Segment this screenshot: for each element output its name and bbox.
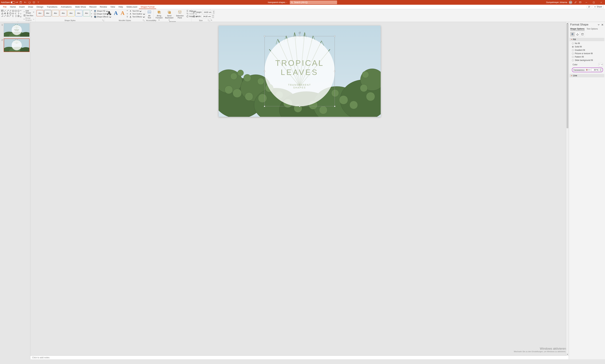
transparency-input[interactable] <box>592 68 599 71</box>
gallery-more-icon[interactable] <box>20 16 21 17</box>
minimize-button[interactable] <box>583 0 589 5</box>
resize-handle-mr[interactable] <box>334 71 335 72</box>
gradient-fill-radio[interactable]: Gradient fill <box>572 49 603 51</box>
slide-canvas-area[interactable]: TROPICAL LEAVES TRANSPARENTSHAPES Window… <box>30 22 569 359</box>
bring-forward-button[interactable]: Bring Forward <box>155 10 163 20</box>
notes-bar[interactable]: Click to add notes <box>30 356 569 359</box>
scroll-down-icon[interactable] <box>566 353 569 356</box>
ribbon-display-icon[interactable] <box>579 1 582 4</box>
resize-handle-ml[interactable] <box>264 71 265 72</box>
style-swatch-7[interactable]: Abc <box>83 10 90 16</box>
alt-text-button[interactable]: Alt Text <box>146 10 153 19</box>
style-swatch-6[interactable]: Abc <box>75 10 82 16</box>
tab-draw[interactable]: Draw <box>26 5 35 9</box>
text-outline-button[interactable]: Text Outline <box>129 13 145 15</box>
solid-fill-radio[interactable]: Solid fill <box>572 46 603 48</box>
slide-bg-fill-radio[interactable]: Slide background fill <box>572 59 603 61</box>
width-spin[interactable] <box>212 15 214 18</box>
style-swatch-1[interactable]: Abc <box>37 10 44 16</box>
share-button[interactable]: Share <box>593 5 604 8</box>
close-button[interactable] <box>598 0 604 5</box>
tab-view[interactable]: View <box>109 5 117 9</box>
comments-button[interactable] <box>587 5 592 8</box>
tab-animations[interactable]: Animations <box>59 5 73 9</box>
wordart-style-3[interactable]: A <box>119 10 126 16</box>
redo-icon[interactable] <box>28 1 31 4</box>
vertical-scrollbar[interactable] <box>566 22 569 356</box>
transparency-slider[interactable] <box>586 69 591 70</box>
autosave-toggle[interactable]: AutoSave Off <box>1 1 18 3</box>
shape-styles-launcher-icon[interactable] <box>102 20 104 21</box>
color-picker-button[interactable] <box>599 63 603 66</box>
style-swatch-2[interactable]: Abc <box>44 10 51 16</box>
save-icon[interactable] <box>19 1 22 4</box>
selection-pane-button[interactable]: Selection Pane <box>175 10 185 19</box>
tab-insert[interactable]: Insert <box>18 5 26 9</box>
line-section-header[interactable]: Line <box>570 74 604 77</box>
text-options-tab[interactable]: Text Options <box>587 28 598 31</box>
thumbnail-1[interactable]: 1 TROPICAL LEAVES <box>1 23 29 37</box>
styles-down-icon[interactable] <box>91 13 92 14</box>
size-properties-icon[interactable] <box>580 32 585 37</box>
effects-icon[interactable] <box>575 32 580 37</box>
tab-design[interactable]: Design <box>35 5 45 9</box>
wordart-style-1[interactable]: A <box>106 10 112 16</box>
text-fill-button[interactable]: Text Fill <box>129 10 145 12</box>
pattern-fill-radio[interactable]: Pattern fill <box>572 56 603 58</box>
picture-fill-radio[interactable]: Picture or texture fill <box>572 52 603 55</box>
width-input[interactable] <box>202 15 211 18</box>
resize-handle-tr[interactable] <box>334 35 335 37</box>
text-effects-button[interactable]: Text Effects <box>129 15 145 18</box>
height-spin[interactable] <box>213 11 215 14</box>
tab-slidelizard[interactable]: SlideLizard <box>125 5 139 9</box>
resize-handle-bm[interactable] <box>299 106 300 107</box>
text-box-button[interactable]: Text Box <box>23 14 35 17</box>
wordart-style-2[interactable]: A <box>112 10 119 16</box>
maximize-button[interactable] <box>591 0 597 5</box>
resize-handle-bl[interactable] <box>264 106 265 107</box>
undo-icon[interactable] <box>24 1 27 4</box>
tab-file[interactable]: File <box>1 5 8 9</box>
resize-handle-tm[interactable] <box>299 35 300 37</box>
tab-record[interactable]: Record <box>88 5 98 9</box>
wordart-up-icon[interactable] <box>127 10 128 11</box>
thumbnail-2[interactable]: 2 <box>1 39 29 52</box>
pane-dropdown-icon[interactable] <box>597 23 600 26</box>
style-swatch-3[interactable]: Abc <box>52 10 59 16</box>
tab-slideshow[interactable]: Slide Show <box>73 5 88 9</box>
styles-more-icon[interactable] <box>91 16 92 17</box>
edit-shape-button[interactable]: Edit Shape <box>23 10 35 14</box>
start-slideshow-icon[interactable] <box>32 1 35 4</box>
scroll-thumb[interactable] <box>566 24 568 128</box>
wordart-down-icon[interactable] <box>127 13 128 14</box>
fill-and-line-icon[interactable] <box>570 32 575 37</box>
tab-transitions[interactable]: Transitions <box>45 5 59 9</box>
fill-section-header[interactable]: Fill <box>570 38 604 41</box>
shape-options-tab[interactable]: Shape Options <box>570 28 585 31</box>
tab-shape-format[interactable]: Shape Format <box>139 5 156 9</box>
slide-thumbnails[interactable]: 1 TROPICAL LEAVES 2 <box>0 22 30 359</box>
height-input[interactable] <box>203 11 212 14</box>
style-swatch-5[interactable]: Abc <box>67 10 75 16</box>
shape-gallery[interactable] <box>1 10 20 17</box>
transparency-spin[interactable] <box>600 68 602 71</box>
slide[interactable]: TROPICAL LEAVES TRANSPARENTSHAPES <box>219 26 381 117</box>
document-title[interactable]: transparent-shapes <box>268 1 288 3</box>
tab-help[interactable]: Help <box>117 5 125 9</box>
pen-icon[interactable] <box>574 1 577 4</box>
tab-home[interactable]: Home <box>8 5 18 9</box>
resize-handle-tl[interactable] <box>264 35 265 37</box>
style-swatch-4[interactable]: Abc <box>60 10 67 16</box>
no-fill-radio[interactable]: No fill <box>572 42 603 45</box>
pane-close-icon[interactable] <box>601 23 604 26</box>
send-backward-button[interactable]: Send Backward <box>164 10 174 20</box>
wordart-more-icon[interactable] <box>127 16 128 17</box>
resize-handle-br[interactable] <box>334 106 335 107</box>
qat-more-icon[interactable] <box>37 1 40 4</box>
size-launcher-icon[interactable] <box>208 20 210 21</box>
rotate-handle-icon[interactable] <box>298 31 301 34</box>
gallery-down-icon[interactable] <box>20 13 21 14</box>
user-name[interactable]: Gumpelmeyer Johanna <box>546 1 567 3</box>
tab-review[interactable]: Review <box>98 5 109 9</box>
user-avatar[interactable]: GJ <box>569 1 572 4</box>
